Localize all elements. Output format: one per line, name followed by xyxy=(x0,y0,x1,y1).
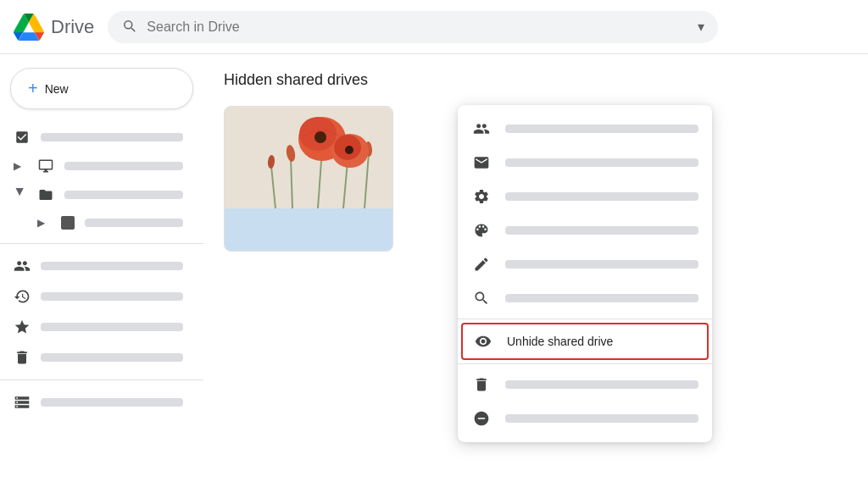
star-icon xyxy=(14,319,31,335)
search-dropdown-arrow[interactable]: ▾ xyxy=(698,19,704,35)
child-drive-icon xyxy=(61,216,75,230)
sidebar-item-computers[interactable]: ▶ xyxy=(0,152,193,180)
shared-drives-icon xyxy=(37,187,54,202)
drive-logo-icon xyxy=(14,14,44,41)
plus-icon: + xyxy=(28,79,38,98)
menu-divider-1 xyxy=(458,319,712,319)
drive-card[interactable] xyxy=(224,106,393,252)
manage-members-label-bar xyxy=(505,125,698,133)
people-icon xyxy=(14,258,31,274)
search-icon xyxy=(121,18,136,36)
body: + New ▶ ▶ ▶ xyxy=(0,54,868,493)
sidebar-trash-label xyxy=(41,353,183,362)
recent-icon xyxy=(14,288,31,305)
poppy-svg xyxy=(225,107,393,208)
delete-label-bar xyxy=(505,380,698,389)
checkmark-icon xyxy=(14,130,31,145)
context-menu: Unhide shared drive xyxy=(458,105,712,442)
mail-icon xyxy=(471,154,492,171)
sidebar-computers-label xyxy=(64,162,183,170)
sidebar-my-drive-label xyxy=(41,133,183,141)
sidebar-storage-label xyxy=(41,398,183,407)
header: Drive ▾ xyxy=(0,0,868,54)
sidebar-recent-label xyxy=(41,292,183,301)
arrow-right-icon: ▶ xyxy=(14,160,27,172)
sidebar-divider-2 xyxy=(0,379,203,380)
sidebar-child-label xyxy=(85,219,183,227)
sidebar-item-trash[interactable] xyxy=(0,342,193,373)
sidebar: + New ▶ ▶ ▶ xyxy=(0,54,203,493)
new-button-label: New xyxy=(45,82,69,96)
logo-text: Drive xyxy=(51,16,94,38)
child-arrow-icon: ▶ xyxy=(37,217,51,229)
menu-item-delete[interactable] xyxy=(458,368,712,402)
search-input[interactable] xyxy=(147,19,687,35)
trash-icon xyxy=(14,349,31,366)
sidebar-shared-drives-label xyxy=(64,191,183,199)
rename-label-bar xyxy=(505,260,698,269)
unhide-shared-drive-label: Unhide shared drive xyxy=(507,335,613,348)
svg-point-11 xyxy=(314,131,326,143)
menu-item-send-mail[interactable] xyxy=(458,146,712,180)
page-title: Hidden shared drives xyxy=(224,71,848,89)
delete-icon xyxy=(471,376,492,393)
sidebar-item-starred[interactable] xyxy=(0,312,193,342)
arrow-down-icon: ▶ xyxy=(14,188,26,202)
eye-icon xyxy=(473,333,493,350)
drive-card-footer xyxy=(225,208,392,251)
storage-icon xyxy=(14,394,31,411)
sidebar-starred-label xyxy=(41,323,183,331)
drive-settings-label-bar xyxy=(505,192,698,201)
sidebar-item-my-drive[interactable] xyxy=(0,123,193,152)
svg-point-14 xyxy=(345,146,353,154)
sidebar-item-storage[interactable] xyxy=(0,387,193,418)
settings-icon xyxy=(471,188,492,205)
menu-item-manage-members[interactable] xyxy=(458,112,712,146)
new-button[interactable]: + New xyxy=(10,68,193,109)
sidebar-item-recent[interactable] xyxy=(0,281,193,312)
sidebar-divider-1 xyxy=(0,243,203,244)
rename-icon xyxy=(471,256,492,273)
sidebar-item-shared-drives-child[interactable]: ▶ xyxy=(0,209,193,236)
send-mail-label-bar xyxy=(505,158,698,167)
menu-item-search-drive[interactable] xyxy=(458,281,712,315)
theme-icon xyxy=(471,222,492,239)
menu-item-unhide-shared-drive[interactable]: Unhide shared drive xyxy=(461,323,709,360)
sidebar-item-shared-drives[interactable]: ▶ xyxy=(0,180,193,209)
computer-icon xyxy=(37,158,54,174)
theme-label-bar xyxy=(505,226,698,235)
sidebar-item-shared-with-me[interactable] xyxy=(0,251,193,281)
menu-item-drive-settings[interactable] xyxy=(458,180,712,213)
logo[interactable]: Drive xyxy=(14,14,94,41)
remove-icon xyxy=(471,410,492,427)
search-drive-icon xyxy=(471,290,492,307)
menu-item-rename[interactable] xyxy=(458,247,712,281)
main-content: Hidden shared drives xyxy=(203,54,868,493)
search-bar[interactable]: ▾ xyxy=(108,11,718,43)
menu-item-remove[interactable] xyxy=(458,402,712,435)
search-drive-label-bar xyxy=(505,294,698,302)
remove-label-bar xyxy=(505,414,698,423)
drive-card-thumbnail xyxy=(225,107,393,208)
sidebar-shared-with-me-label xyxy=(41,262,183,270)
manage-members-icon xyxy=(471,120,492,137)
menu-divider-2 xyxy=(458,363,712,364)
menu-item-theme[interactable] xyxy=(458,213,712,247)
